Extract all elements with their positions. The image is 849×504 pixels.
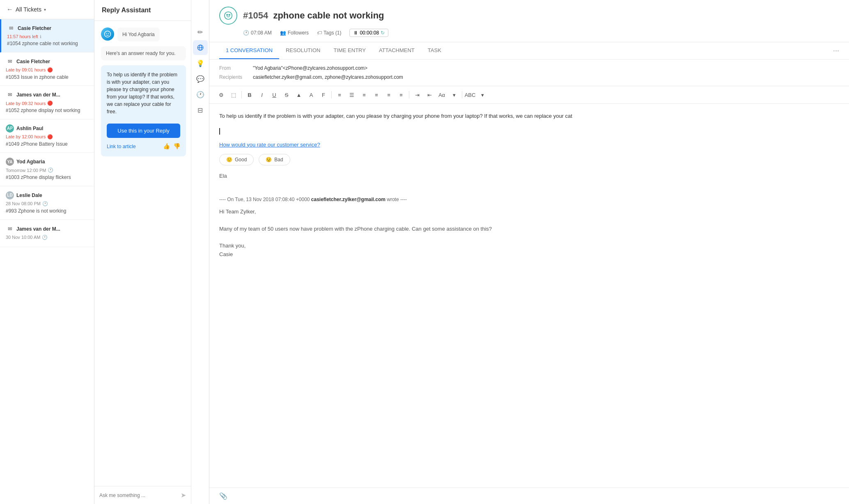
use-reply-button[interactable]: Use this in your Reply xyxy=(107,124,180,138)
history-sidebar-btn[interactable]: 🕐 xyxy=(193,87,208,102)
toolbar-font-btn[interactable]: F xyxy=(318,89,329,100)
timer-button[interactable]: ⏸ 00:00:08 ↻ xyxy=(349,29,388,37)
ticket-full-title: #1054 zphone cable not working xyxy=(243,10,384,21)
bot-avatar xyxy=(101,27,114,41)
tabs-more-button[interactable]: ··· xyxy=(833,46,839,55)
ticket-item[interactable]: ✉ Casie Fletcher 11:57 hours left ℹ #105… xyxy=(0,19,94,53)
avatar: YA xyxy=(6,158,14,166)
icon-sidebar: ✏ 💡 💬 🕐 ⊟ xyxy=(191,0,209,504)
toolbar-list-btn[interactable]: ≡ xyxy=(383,89,394,100)
toolbar-color-btn[interactable]: A xyxy=(306,89,317,100)
svg-point-2 xyxy=(108,33,109,34)
toolbar-strikethrough-btn[interactable]: S xyxy=(281,89,292,100)
back-button[interactable]: ← xyxy=(7,6,13,13)
ticket-item[interactable]: LD Leslie Dale 28 Nov 08:00 PM 🕐 #993 Zp… xyxy=(0,186,94,220)
ticket-meta: Late by 09:01 hours 🔴 xyxy=(6,67,88,73)
ticket-meta: Late by 09:32 hours 🔴 xyxy=(6,101,88,106)
late-indicator: 🔴 xyxy=(47,134,53,140)
tab-attachment[interactable]: ATTACHMENT xyxy=(372,42,421,59)
toolbar-align-center-btn[interactable]: ☰ xyxy=(346,89,357,100)
clock-icon: 🕐 xyxy=(48,167,53,173)
layers-sidebar-btn[interactable]: ⊟ xyxy=(193,103,208,117)
ticket-item[interactable]: ✉ Casie Fletcher Late by 09:01 hours 🔴 #… xyxy=(0,53,94,86)
email-editor: ⚙ ⬚ B I U S ▲ A F ≡ ☰ ≡ ≡ ≡ ≡ ⇥ ⇤ Aα ▾ A… xyxy=(209,86,849,504)
ticket-subject: #1052 zphone display not working xyxy=(6,108,88,114)
editor-toolbar: ⚙ ⬚ B I U S ▲ A F ≡ ☰ ≡ ≡ ≡ ≡ ⇥ ⇤ Aα ▾ A… xyxy=(209,86,849,104)
tab-conversation[interactable]: 1 CONVERSATION xyxy=(219,42,279,59)
editor-main-text: To help us identify if the problem is wi… xyxy=(219,112,839,121)
toolbar-align-justify-btn[interactable]: ≡ xyxy=(371,89,382,100)
toolbar-copy-btn[interactable]: ⬚ xyxy=(228,89,239,100)
rating-link[interactable]: How would you rate our customer service? xyxy=(219,141,839,149)
thread-body: Many of my team of 50 users now have pro… xyxy=(219,225,839,234)
ticket-detail-panel: #1054 zphone cable not working 🕐 07:08 A… xyxy=(209,0,849,504)
ticket-subject: #1003 zPhone display flickers xyxy=(6,174,88,181)
ticket-subject: #1054 zphone cable not working xyxy=(7,41,88,47)
ticket-item-header: ✉ James van der M... xyxy=(6,225,88,233)
chat-answer-card: To help us identify if the problem is wi… xyxy=(101,65,186,156)
ticket-item[interactable]: ✉ James van der M... Late by 09:32 hours… xyxy=(0,86,94,119)
edit-sidebar-btn[interactable]: ✏ xyxy=(193,25,208,39)
answer-text: To help us identify if the problem is wi… xyxy=(107,71,180,115)
toolbar-italic-btn[interactable]: I xyxy=(257,89,267,100)
tab-time-entry[interactable]: TIME ENTRY xyxy=(327,42,372,59)
toolbar-align-right-btn[interactable]: ≡ xyxy=(359,89,369,100)
ticket-contact-name: Leslie Dale xyxy=(16,192,42,198)
ticket-item[interactable]: ✉ James van der M... 30 Nov 10:00 AM 🕐 xyxy=(0,220,94,247)
ticket-tags[interactable]: 🏷 Tags (1) xyxy=(317,30,341,36)
ticket-followers[interactable]: 👥 Followers xyxy=(280,30,309,36)
thread-sign-label: Thank you, xyxy=(219,242,839,250)
followers-icon: 👥 xyxy=(280,30,286,36)
rating-bad-button[interactable]: 😟 Bad xyxy=(259,154,290,165)
thumbs-up-icon[interactable]: 👍 xyxy=(163,142,170,151)
toolbar-source-btn[interactable]: Aα xyxy=(436,89,447,100)
ticket-contact-name: Casie Fletcher xyxy=(16,59,50,64)
text-cursor xyxy=(219,128,220,135)
toolbar-align-left-btn[interactable]: ≡ xyxy=(334,89,345,100)
email-icon: ✉ xyxy=(6,225,14,233)
ticket-time: 🕐 07:08 AM xyxy=(243,30,272,36)
toolbar-indent-btn[interactable]: ⇥ xyxy=(412,89,422,100)
rating-good-button[interactable]: 🙂 Good xyxy=(219,154,254,165)
cursor-area[interactable] xyxy=(219,127,839,136)
clock-icon: 🕐 xyxy=(42,201,48,206)
ticket-info-row: 🕐 07:08 AM 👥 Followers 🏷 Tags (1) ⏸ 00:0… xyxy=(243,29,839,37)
toolbar-outdent-btn[interactable]: ⇤ xyxy=(424,89,435,100)
clock-icon: 🕐 xyxy=(243,30,249,36)
svg-point-7 xyxy=(227,14,228,16)
chat-sidebar-btn[interactable]: 💬 xyxy=(193,71,208,86)
chat-ready-message: Here's an answer ready for you. xyxy=(101,46,186,60)
bulb-sidebar-btn[interactable]: 💡 xyxy=(193,56,208,71)
ticket-item[interactable]: YA Yod Agbaria Tomorrow 12:00 PM 🕐 #1003… xyxy=(0,153,94,186)
ticket-item-header: LD Leslie Dale xyxy=(6,191,88,199)
editor-content[interactable]: To help us identify if the problem is wi… xyxy=(209,104,849,488)
thread-sign-name: Casie xyxy=(219,250,839,259)
globe-sidebar-btn[interactable] xyxy=(193,40,208,55)
toolbar-separator xyxy=(409,91,409,99)
ticket-meta: 30 Nov 10:00 AM 🕐 xyxy=(6,235,88,240)
toolbar-ordered-list-btn[interactable]: ≡ xyxy=(396,89,406,100)
send-icon[interactable]: ➤ xyxy=(181,491,186,499)
all-tickets-dropdown[interactable]: ▾ xyxy=(44,7,46,12)
ticket-item[interactable]: AP Ashlin Paul Late by 12:00 hours 🔴 #10… xyxy=(0,119,94,153)
toolbar-underline-btn[interactable]: U xyxy=(269,89,280,100)
thumbs-down-icon[interactable]: 👎 xyxy=(173,142,180,151)
tab-task[interactable]: TASK xyxy=(421,42,448,59)
attachment-icon[interactable]: 📎 xyxy=(219,492,227,500)
toolbar-font-size-down[interactable]: ▾ xyxy=(477,89,488,100)
toolbar-format-btn[interactable]: ⚙ xyxy=(216,89,227,100)
ticket-item-header: ✉ James van der M... xyxy=(6,91,88,99)
email-icon: ✉ xyxy=(6,91,14,99)
ticket-time-value: 07:08 AM xyxy=(251,30,272,36)
chat-bubble-bot: Hi Yod Agbaria xyxy=(101,27,186,41)
link-article-button[interactable]: Link to article xyxy=(107,144,136,149)
toolbar-bold-btn[interactable]: B xyxy=(244,89,255,100)
smile-icon: 🙂 xyxy=(226,157,232,163)
toolbar-more-btn[interactable]: ▾ xyxy=(449,89,459,100)
tab-resolution[interactable]: RESOLUTION xyxy=(279,42,327,59)
refresh-icon: ↻ xyxy=(381,30,385,36)
ticket-item-header: AP Ashlin Paul xyxy=(6,124,88,133)
toolbar-font-size-btn[interactable]: ABC xyxy=(465,89,475,100)
toolbar-highlight-btn[interactable]: ▲ xyxy=(294,89,304,100)
assistant-input[interactable] xyxy=(99,493,177,498)
